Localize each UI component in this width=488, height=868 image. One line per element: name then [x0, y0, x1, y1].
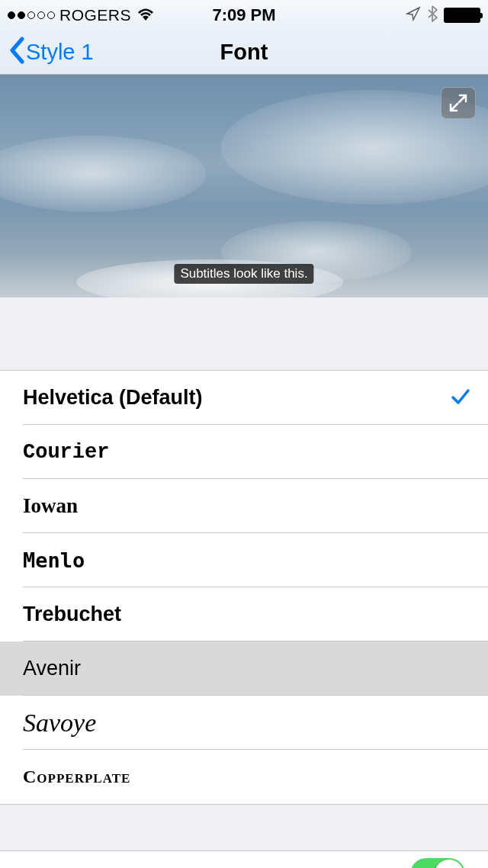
bluetooth-icon [427, 5, 438, 26]
toggle-knob [435, 860, 464, 869]
back-label: Style 1 [26, 40, 94, 65]
toggle-switch[interactable] [410, 858, 465, 869]
font-label: Helvetica (Default) [23, 386, 203, 410]
font-label: Savoye [23, 709, 96, 738]
status-time: 7:09 PM [212, 5, 275, 25]
font-row[interactable]: Copperplate [0, 750, 488, 804]
font-label: Menlo [23, 548, 85, 572]
font-row[interactable]: Menlo [0, 533, 488, 587]
navigation-bar: Style 1 Font [0, 31, 488, 75]
font-list: Helvetica (Default)CourierIowanMenloTreb… [0, 370, 488, 805]
signal-strength [8, 11, 55, 19]
expand-icon [448, 93, 468, 113]
status-bar: ROGERS 7:09 PM [0, 0, 488, 31]
carrier-label: ROGERS [59, 6, 131, 24]
chevron-left-icon [9, 37, 24, 69]
font-label: Iowan [23, 494, 78, 518]
back-button[interactable]: Style 1 [9, 37, 94, 69]
font-row[interactable]: Iowan [0, 479, 488, 533]
font-label: Trebuchet [23, 603, 121, 626]
expand-button[interactable] [441, 87, 476, 119]
font-label: Avenir [23, 657, 81, 680]
subtitle-sample-text: Subtitles look like this. [174, 264, 313, 284]
font-row[interactable]: Courier [0, 425, 488, 479]
page-title: Font [220, 40, 268, 65]
battery-icon [444, 8, 480, 23]
font-label: Copperplate [23, 767, 130, 787]
location-icon [406, 6, 421, 25]
wifi-icon [137, 5, 154, 25]
font-row[interactable]: Helvetica (Default) [0, 371, 488, 425]
setting-row [0, 850, 488, 868]
font-row[interactable]: Trebuchet [0, 587, 488, 641]
checkmark-icon [450, 386, 471, 410]
subtitle-preview: Subtitles look like this. [0, 75, 488, 297]
font-row[interactable]: Avenir [0, 641, 488, 696]
font-label: Courier [23, 441, 109, 464]
font-row[interactable]: Savoye [0, 696, 488, 750]
